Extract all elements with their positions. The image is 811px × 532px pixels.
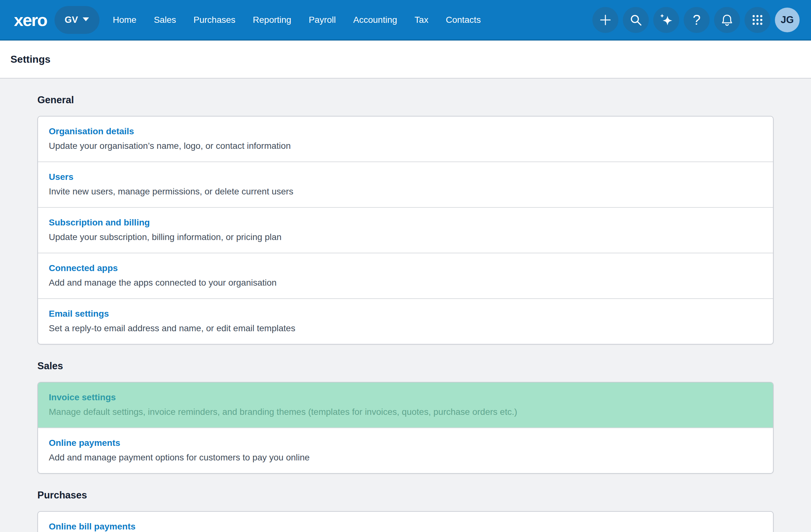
chevron-down-icon [82, 17, 89, 23]
nav-item-home[interactable]: Home [113, 15, 137, 25]
xero-logo[interactable]: xero [14, 11, 47, 29]
nav-item-reporting[interactable]: Reporting [253, 15, 291, 25]
apps-menu-button[interactable] [745, 7, 770, 33]
main-menu: Home Sales Purchases Reporting Payroll A… [113, 15, 481, 25]
purchases-settings-card: Online bill payments Add and manage opti… [37, 511, 774, 532]
row-subscription-and-billing[interactable]: Subscription and billing Update your sub… [38, 207, 773, 253]
nav-item-sales[interactable]: Sales [154, 15, 176, 25]
users-description: Invite new users, manage permissions, or… [49, 186, 762, 198]
online-payments-description: Add and manage payment options for custo… [49, 452, 762, 464]
nav-item-contacts[interactable]: Contacts [446, 15, 481, 25]
email-settings-link[interactable]: Email settings [49, 308, 109, 320]
question-mark-icon: ? [693, 13, 701, 27]
section-heading-sales: Sales [37, 360, 774, 372]
nav-item-accounting[interactable]: Accounting [353, 15, 397, 25]
notifications-button[interactable] [714, 7, 740, 33]
row-connected-apps[interactable]: Connected apps Add and manage the apps c… [38, 253, 773, 298]
settings-content: General Organisation details Update your… [0, 94, 811, 532]
email-settings-description: Set a reply-to email address and name, o… [49, 322, 762, 334]
row-email-settings[interactable]: Email settings Set a reply-to email addr… [38, 298, 773, 344]
create-new-button[interactable] [593, 7, 618, 33]
row-online-payments[interactable]: Online payments Add and manage payment o… [38, 427, 773, 473]
row-users[interactable]: Users Invite new users, manage permissio… [38, 161, 773, 207]
top-navbar: xero GV Home Sales Purchases Reporting P… [0, 0, 811, 41]
navbar-actions: ? JG [593, 7, 800, 33]
organisation-details-description: Update your organisation’s name, logo, o… [49, 140, 762, 152]
ai-assistant-button[interactable] [653, 7, 679, 33]
search-button[interactable] [623, 7, 649, 33]
nav-item-tax[interactable]: Tax [415, 15, 429, 25]
sales-settings-card: Invoice settings Manage default settings… [37, 382, 774, 474]
connected-apps-link[interactable]: Connected apps [49, 262, 118, 274]
apps-grid-icon [751, 14, 764, 26]
row-organisation-details[interactable]: Organisation details Update your organis… [38, 116, 773, 161]
users-link[interactable]: Users [49, 171, 74, 183]
organisation-details-link[interactable]: Organisation details [49, 125, 134, 138]
user-avatar[interactable]: JG [775, 7, 800, 32]
sparkle-icon [659, 13, 674, 27]
nav-item-payroll[interactable]: Payroll [309, 15, 336, 25]
nav-item-purchases[interactable]: Purchases [194, 15, 235, 25]
bell-icon [720, 13, 734, 27]
page-header: Settings [0, 41, 811, 79]
row-invoice-settings-highlighted[interactable]: Invoice settings Manage default settings… [38, 382, 773, 427]
page-title: Settings [11, 53, 50, 65]
section-heading-general: General [37, 94, 774, 106]
row-online-bill-payments[interactable]: Online bill payments Add and manage opti… [38, 512, 773, 532]
help-button[interactable]: ? [684, 7, 709, 33]
org-switcher-label: GV [65, 15, 78, 25]
search-icon [629, 13, 642, 27]
general-settings-card: Organisation details Update your organis… [37, 116, 774, 345]
subscription-and-billing-link[interactable]: Subscription and billing [49, 217, 150, 229]
section-heading-purchases: Purchases [37, 489, 774, 502]
invoice-settings-description: Manage default settings, invoice reminde… [49, 406, 762, 418]
connected-apps-description: Add and manage the apps connected to you… [49, 277, 762, 289]
org-switcher[interactable]: GV [55, 6, 100, 34]
online-bill-payments-link[interactable]: Online bill payments [49, 521, 136, 532]
online-payments-link[interactable]: Online payments [49, 437, 120, 449]
plus-icon [599, 13, 612, 27]
invoice-settings-link[interactable]: Invoice settings [49, 391, 116, 404]
subscription-and-billing-description: Update your subscription, billing inform… [49, 231, 762, 243]
